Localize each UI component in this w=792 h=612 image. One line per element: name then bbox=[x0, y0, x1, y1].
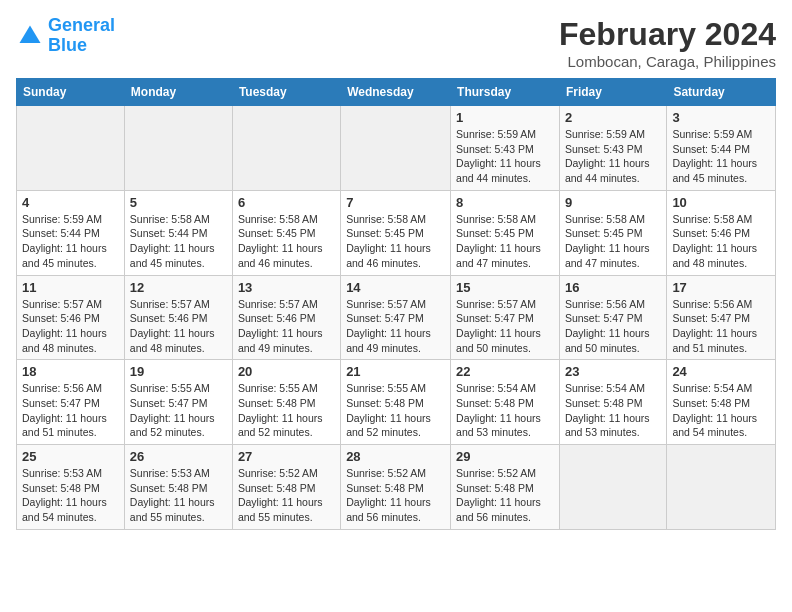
calendar-cell: 17Sunrise: 5:56 AMSunset: 5:47 PMDayligh… bbox=[667, 275, 776, 360]
day-number: 8 bbox=[456, 195, 554, 210]
day-info: Sunrise: 5:56 AMSunset: 5:47 PMDaylight:… bbox=[22, 381, 119, 440]
day-info: Sunrise: 5:56 AMSunset: 5:47 PMDaylight:… bbox=[565, 297, 661, 356]
day-number: 22 bbox=[456, 364, 554, 379]
day-number: 28 bbox=[346, 449, 445, 464]
day-info: Sunrise: 5:58 AMSunset: 5:44 PMDaylight:… bbox=[130, 212, 227, 271]
calendar-cell: 12Sunrise: 5:57 AMSunset: 5:46 PMDayligh… bbox=[124, 275, 232, 360]
day-number: 3 bbox=[672, 110, 770, 125]
day-number: 21 bbox=[346, 364, 445, 379]
day-number: 27 bbox=[238, 449, 335, 464]
calendar-cell: 7Sunrise: 5:58 AMSunset: 5:45 PMDaylight… bbox=[341, 190, 451, 275]
calendar-cell bbox=[341, 106, 451, 191]
calendar-cell bbox=[17, 106, 125, 191]
svg-marker-0 bbox=[20, 25, 41, 43]
day-info: Sunrise: 5:59 AMSunset: 5:43 PMDaylight:… bbox=[456, 127, 554, 186]
header-row: SundayMondayTuesdayWednesdayThursdayFrid… bbox=[17, 79, 776, 106]
header-saturday: Saturday bbox=[667, 79, 776, 106]
month-title: February 2024 bbox=[559, 16, 776, 53]
calendar-cell: 28Sunrise: 5:52 AMSunset: 5:48 PMDayligh… bbox=[341, 445, 451, 530]
day-number: 23 bbox=[565, 364, 661, 379]
day-info: Sunrise: 5:52 AMSunset: 5:48 PMDaylight:… bbox=[346, 466, 445, 525]
calendar-cell: 19Sunrise: 5:55 AMSunset: 5:47 PMDayligh… bbox=[124, 360, 232, 445]
calendar-cell: 24Sunrise: 5:54 AMSunset: 5:48 PMDayligh… bbox=[667, 360, 776, 445]
calendar-cell: 9Sunrise: 5:58 AMSunset: 5:45 PMDaylight… bbox=[559, 190, 666, 275]
day-info: Sunrise: 5:57 AMSunset: 5:47 PMDaylight:… bbox=[346, 297, 445, 356]
day-info: Sunrise: 5:58 AMSunset: 5:46 PMDaylight:… bbox=[672, 212, 770, 271]
day-info: Sunrise: 5:59 AMSunset: 5:44 PMDaylight:… bbox=[672, 127, 770, 186]
day-number: 26 bbox=[130, 449, 227, 464]
calendar-cell: 20Sunrise: 5:55 AMSunset: 5:48 PMDayligh… bbox=[232, 360, 340, 445]
calendar-cell: 1Sunrise: 5:59 AMSunset: 5:43 PMDaylight… bbox=[451, 106, 560, 191]
day-number: 2 bbox=[565, 110, 661, 125]
day-info: Sunrise: 5:58 AMSunset: 5:45 PMDaylight:… bbox=[456, 212, 554, 271]
calendar-cell: 4Sunrise: 5:59 AMSunset: 5:44 PMDaylight… bbox=[17, 190, 125, 275]
day-number: 11 bbox=[22, 280, 119, 295]
day-number: 29 bbox=[456, 449, 554, 464]
day-number: 15 bbox=[456, 280, 554, 295]
header-wednesday: Wednesday bbox=[341, 79, 451, 106]
calendar-cell bbox=[124, 106, 232, 191]
day-info: Sunrise: 5:54 AMSunset: 5:48 PMDaylight:… bbox=[565, 381, 661, 440]
calendar-cell: 2Sunrise: 5:59 AMSunset: 5:43 PMDaylight… bbox=[559, 106, 666, 191]
day-number: 10 bbox=[672, 195, 770, 210]
day-info: Sunrise: 5:52 AMSunset: 5:48 PMDaylight:… bbox=[238, 466, 335, 525]
day-info: Sunrise: 5:57 AMSunset: 5:46 PMDaylight:… bbox=[130, 297, 227, 356]
day-info: Sunrise: 5:54 AMSunset: 5:48 PMDaylight:… bbox=[456, 381, 554, 440]
header-tuesday: Tuesday bbox=[232, 79, 340, 106]
day-number: 4 bbox=[22, 195, 119, 210]
week-row-4: 18Sunrise: 5:56 AMSunset: 5:47 PMDayligh… bbox=[17, 360, 776, 445]
day-number: 14 bbox=[346, 280, 445, 295]
header-sunday: Sunday bbox=[17, 79, 125, 106]
header-friday: Friday bbox=[559, 79, 666, 106]
calendar-cell: 6Sunrise: 5:58 AMSunset: 5:45 PMDaylight… bbox=[232, 190, 340, 275]
calendar-cell: 22Sunrise: 5:54 AMSunset: 5:48 PMDayligh… bbox=[451, 360, 560, 445]
day-info: Sunrise: 5:53 AMSunset: 5:48 PMDaylight:… bbox=[130, 466, 227, 525]
title-block: February 2024 Lombocan, Caraga, Philippi… bbox=[559, 16, 776, 70]
calendar-cell: 10Sunrise: 5:58 AMSunset: 5:46 PMDayligh… bbox=[667, 190, 776, 275]
calendar-cell: 21Sunrise: 5:55 AMSunset: 5:48 PMDayligh… bbox=[341, 360, 451, 445]
header-monday: Monday bbox=[124, 79, 232, 106]
calendar-cell: 5Sunrise: 5:58 AMSunset: 5:44 PMDaylight… bbox=[124, 190, 232, 275]
calendar-cell: 18Sunrise: 5:56 AMSunset: 5:47 PMDayligh… bbox=[17, 360, 125, 445]
calendar-cell bbox=[667, 445, 776, 530]
logo-icon bbox=[16, 22, 44, 50]
calendar-cell bbox=[559, 445, 666, 530]
day-number: 7 bbox=[346, 195, 445, 210]
logo-text: General Blue bbox=[48, 16, 115, 56]
calendar-cell: 13Sunrise: 5:57 AMSunset: 5:46 PMDayligh… bbox=[232, 275, 340, 360]
day-info: Sunrise: 5:58 AMSunset: 5:45 PMDaylight:… bbox=[238, 212, 335, 271]
day-info: Sunrise: 5:57 AMSunset: 5:46 PMDaylight:… bbox=[22, 297, 119, 356]
day-number: 20 bbox=[238, 364, 335, 379]
calendar-cell: 26Sunrise: 5:53 AMSunset: 5:48 PMDayligh… bbox=[124, 445, 232, 530]
day-info: Sunrise: 5:58 AMSunset: 5:45 PMDaylight:… bbox=[346, 212, 445, 271]
day-number: 24 bbox=[672, 364, 770, 379]
day-number: 13 bbox=[238, 280, 335, 295]
day-info: Sunrise: 5:57 AMSunset: 5:47 PMDaylight:… bbox=[456, 297, 554, 356]
day-info: Sunrise: 5:55 AMSunset: 5:48 PMDaylight:… bbox=[346, 381, 445, 440]
day-info: Sunrise: 5:57 AMSunset: 5:46 PMDaylight:… bbox=[238, 297, 335, 356]
week-row-5: 25Sunrise: 5:53 AMSunset: 5:48 PMDayligh… bbox=[17, 445, 776, 530]
week-row-3: 11Sunrise: 5:57 AMSunset: 5:46 PMDayligh… bbox=[17, 275, 776, 360]
logo-line1: General bbox=[48, 15, 115, 35]
day-number: 18 bbox=[22, 364, 119, 379]
day-number: 1 bbox=[456, 110, 554, 125]
calendar-cell: 8Sunrise: 5:58 AMSunset: 5:45 PMDaylight… bbox=[451, 190, 560, 275]
calendar-cell: 15Sunrise: 5:57 AMSunset: 5:47 PMDayligh… bbox=[451, 275, 560, 360]
page-header: General Blue February 2024 Lombocan, Car… bbox=[16, 16, 776, 70]
header-thursday: Thursday bbox=[451, 79, 560, 106]
day-info: Sunrise: 5:58 AMSunset: 5:45 PMDaylight:… bbox=[565, 212, 661, 271]
calendar-cell: 16Sunrise: 5:56 AMSunset: 5:47 PMDayligh… bbox=[559, 275, 666, 360]
calendar-cell: 14Sunrise: 5:57 AMSunset: 5:47 PMDayligh… bbox=[341, 275, 451, 360]
day-number: 25 bbox=[22, 449, 119, 464]
day-info: Sunrise: 5:59 AMSunset: 5:44 PMDaylight:… bbox=[22, 212, 119, 271]
day-info: Sunrise: 5:55 AMSunset: 5:47 PMDaylight:… bbox=[130, 381, 227, 440]
calendar-cell: 11Sunrise: 5:57 AMSunset: 5:46 PMDayligh… bbox=[17, 275, 125, 360]
calendar-cell bbox=[232, 106, 340, 191]
calendar-cell: 23Sunrise: 5:54 AMSunset: 5:48 PMDayligh… bbox=[559, 360, 666, 445]
calendar-cell: 3Sunrise: 5:59 AMSunset: 5:44 PMDaylight… bbox=[667, 106, 776, 191]
week-row-1: 1Sunrise: 5:59 AMSunset: 5:43 PMDaylight… bbox=[17, 106, 776, 191]
logo-line2: Blue bbox=[48, 35, 87, 55]
location-title: Lombocan, Caraga, Philippines bbox=[559, 53, 776, 70]
day-number: 5 bbox=[130, 195, 227, 210]
calendar-cell: 27Sunrise: 5:52 AMSunset: 5:48 PMDayligh… bbox=[232, 445, 340, 530]
